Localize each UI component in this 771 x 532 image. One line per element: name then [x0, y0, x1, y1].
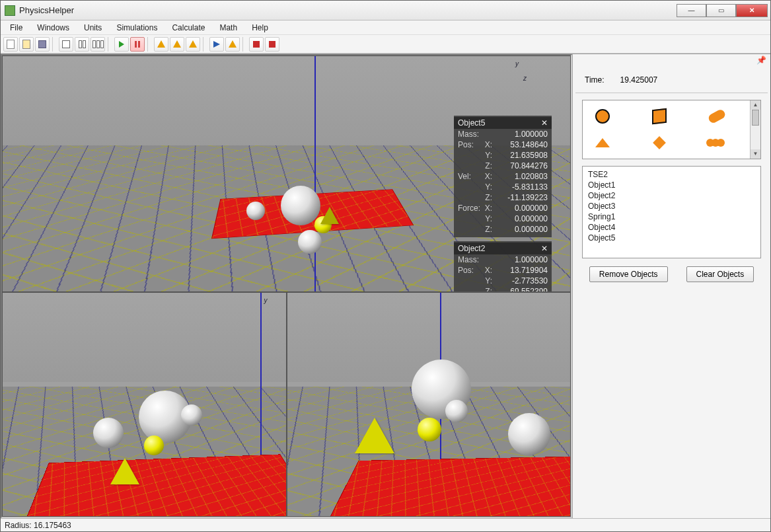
clear-objects-button[interactable]: Clear Objects [686, 266, 754, 282]
menu-file[interactable]: File [3, 22, 29, 34]
toolbar [1, 35, 770, 54]
layout-split-button[interactable] [75, 37, 89, 52]
window-title: PhysicsHelper [19, 5, 677, 15]
palette-sphere[interactable] [591, 107, 614, 126]
side-panel: 📌 Time: 19.425007 ▲ ▼ TSE2Object1Object2… [572, 54, 770, 518]
object-palette: ▲ ▼ [582, 100, 761, 159]
new-button[interactable] [3, 37, 18, 52]
viewport-area: Physics Helper y z Object5✕ Mass:1.00000… [1, 54, 572, 518]
palette-cube[interactable] [647, 107, 671, 126]
stop1-button[interactable] [249, 37, 264, 52]
time-label: Time: [585, 75, 605, 85]
object-list[interactable]: TSE2Object1Object2Object3Spring1Object4O… [582, 166, 761, 258]
axis-y-label: y [515, 60, 519, 67]
overlay-close-icon[interactable]: ✕ [541, 244, 548, 253]
menu-windows[interactable]: Windows [30, 22, 76, 34]
minimize-button[interactable]: — [677, 4, 706, 17]
pause-button[interactable] [130, 37, 145, 52]
pin-icon[interactable]: 📌 [756, 56, 766, 65]
toolbar-separator [242, 37, 246, 52]
layout-single-button[interactable] [59, 37, 73, 52]
warning2-button[interactable] [170, 37, 184, 52]
menubar: File Windows Units Simulations Calculate… [1, 20, 770, 35]
toolbar-separator [52, 37, 56, 52]
warning3-button[interactable] [186, 37, 200, 52]
overlay-title: Object5 [458, 118, 485, 128]
menu-calculate[interactable]: Calculate [165, 22, 211, 34]
step-button[interactable] [209, 37, 224, 52]
viewport-top[interactable]: y z Object5✕ Mass:1.000000 Pos:X:53.1486… [2, 56, 571, 292]
overlay-close-icon[interactable]: ✕ [541, 118, 548, 128]
palette-scrollbar[interactable]: ▲ ▼ [750, 100, 760, 159]
close-button[interactable]: ✕ [736, 4, 768, 17]
stop2-button[interactable] [265, 37, 279, 52]
list-item[interactable]: Object5 [587, 233, 756, 243]
warning1-button[interactable] [154, 37, 168, 52]
palette-cone[interactable] [591, 133, 614, 152]
object5-overlay[interactable]: Object5✕ Mass:1.000000 Pos:X:53.148640Y:… [454, 116, 552, 237]
list-item[interactable]: Object2 [587, 190, 756, 201]
app-icon [5, 5, 15, 16]
palette-diamond[interactable] [647, 133, 671, 152]
menu-simulations[interactable]: Simulations [110, 22, 164, 34]
menu-units[interactable]: Units [77, 22, 108, 34]
viewport-bottom-right[interactable] [287, 292, 571, 517]
open-button[interactable] [19, 37, 34, 52]
time-value: 19.425007 [620, 75, 658, 85]
palette-cylinder[interactable] [705, 107, 729, 126]
viewport-bottom-left[interactable]: y [2, 292, 287, 517]
maximize-button[interactable]: ▭ [706, 4, 736, 17]
list-item[interactable]: TSE2 [587, 169, 756, 180]
axis-y-label: y [264, 297, 268, 304]
list-item[interactable]: Object3 [587, 201, 756, 211]
status-radius-value: 16.175463 [34, 521, 71, 530]
toolbar-separator [108, 37, 112, 52]
axis-z-label: z [523, 75, 527, 82]
play-button[interactable] [114, 37, 129, 52]
list-item[interactable]: Spring1 [587, 211, 756, 222]
object2-overlay[interactable]: Object2✕ Mass:1.000000 Pos:X:13.719904Y:… [454, 241, 552, 292]
status-radius-label: Radius: [5, 521, 32, 530]
menu-math[interactable]: Math [213, 22, 244, 34]
remove-objects-button[interactable]: Remove Objects [589, 266, 668, 282]
layout-quad-button[interactable] [91, 37, 105, 52]
status-bar: Radius: 16.175463 [1, 518, 770, 531]
save-button[interactable] [35, 37, 50, 52]
toolbar-separator [203, 37, 207, 52]
list-item[interactable]: Object1 [587, 180, 756, 190]
overlay-title: Object2 [458, 244, 485, 253]
warning4-button[interactable] [225, 37, 240, 52]
titlebar: PhysicsHelper — ▭ ✕ [1, 1, 770, 20]
list-item[interactable]: Object4 [587, 222, 756, 233]
palette-multi[interactable] [705, 133, 729, 152]
menu-help[interactable]: Help [245, 22, 275, 34]
toolbar-separator [147, 37, 151, 52]
